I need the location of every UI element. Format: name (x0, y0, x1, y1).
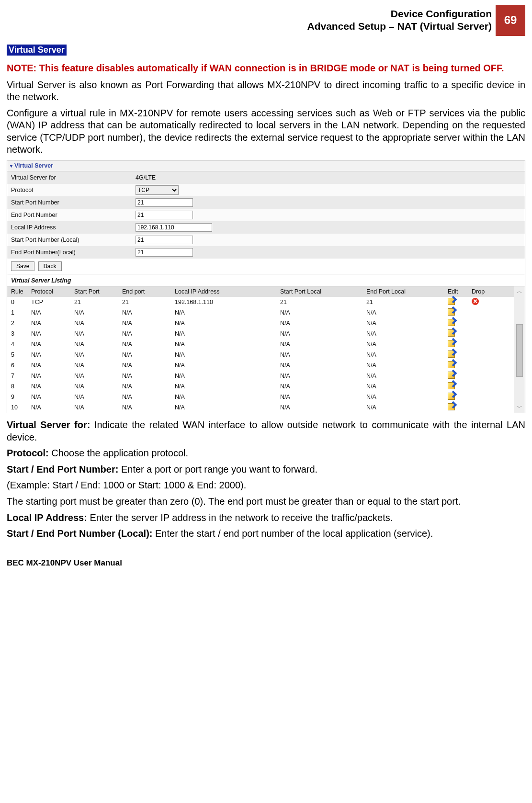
form-row: Virtual Server for4G/LTE (7, 171, 525, 184)
col-drop: Drop (472, 288, 496, 295)
cell-start-port: N/A (74, 309, 122, 316)
edit-icon[interactable] (448, 382, 455, 389)
edit-icon[interactable] (448, 372, 455, 379)
cell-end-port: 21 (122, 299, 175, 305)
back-button[interactable]: Back (38, 261, 62, 271)
cell-local-ip: N/A (175, 341, 280, 348)
section-badge: Virtual Server (7, 45, 67, 56)
form-row: Start Port Number (Local) (7, 234, 525, 246)
col-rule: Rule (7, 288, 31, 295)
cell-start-port: N/A (74, 351, 122, 358)
edit-icon[interactable] (448, 329, 455, 337)
form-input[interactable] (136, 248, 193, 257)
cell-end-port-local: 21 (366, 299, 448, 305)
listing-header-row: RuleProtocolStart PortEnd portLocal IP A… (7, 286, 514, 297)
edit-icon[interactable] (448, 351, 455, 358)
scroll-up-icon[interactable]: ︿ (517, 287, 522, 295)
cell-local-ip: N/A (175, 383, 280, 390)
cell-local-ip: N/A (175, 373, 280, 379)
cell-local-ip: 192.168.1.110 (175, 299, 280, 305)
cell-local-ip: N/A (175, 351, 280, 358)
form-input[interactable] (136, 211, 193, 219)
definition-text: The starting port must be greater than z… (7, 496, 461, 507)
table-row: 2N/AN/AN/AN/AN/AN/A (7, 318, 514, 328)
table-row: 10N/AN/AN/AN/AN/AN/A (7, 402, 514, 413)
form-input[interactable] (136, 198, 193, 207)
cell-rule: 5 (7, 351, 31, 358)
form-label: Start Port Number (7, 199, 132, 206)
cell-start-port-local: N/A (280, 362, 366, 369)
edit-icon[interactable] (448, 319, 455, 326)
definition-text: Choose the application protocol. (49, 448, 188, 458)
table-row: 8N/AN/AN/AN/AN/AN/A (7, 381, 514, 392)
cell-local-ip: N/A (175, 362, 280, 369)
cell-rule: 1 (7, 309, 31, 316)
edit-icon[interactable] (448, 403, 455, 410)
cell-start-port: 21 (74, 299, 122, 305)
cell-end-port: N/A (122, 351, 175, 358)
cell-start-port-local: N/A (280, 351, 366, 358)
col-start-port: Start Port (74, 288, 122, 295)
definition-text: Enter the server IP address in the netwo… (87, 512, 393, 523)
listing-scrollbar[interactable]: ︿ ﹀ (514, 286, 525, 413)
form-static-value: 4G/LTE (136, 174, 156, 181)
cell-start-port-local: N/A (280, 320, 366, 327)
cell-end-port-local: N/A (366, 362, 448, 369)
cell-start-port-local: N/A (280, 341, 366, 348)
edit-icon[interactable] (448, 298, 455, 305)
cell-protocol: TCP (31, 299, 74, 305)
header-line2: Advanced Setup – NAT (Virtual Server) (307, 20, 492, 33)
edit-icon[interactable] (448, 361, 455, 368)
cell-end-port-local: N/A (366, 394, 448, 400)
cell-protocol: N/A (31, 373, 74, 379)
cell-rule: 10 (7, 404, 31, 411)
save-button[interactable]: Save (11, 261, 34, 271)
cell-end-port-local: N/A (366, 351, 448, 358)
cell-protocol: N/A (31, 320, 74, 327)
form-row: Local IP Address (7, 221, 525, 234)
header-line1: Device Configuration (307, 8, 492, 20)
virtual-server-panel: ▾Virtual Server Virtual Server for4G/LTE… (7, 160, 525, 413)
col-start-port-local: Start Port Local (280, 288, 366, 295)
scroll-thumb[interactable] (516, 324, 523, 377)
definition-line: Local IP Address: Enter the server IP ad… (7, 512, 525, 524)
cell-end-port: N/A (122, 383, 175, 390)
drop-icon[interactable] (472, 298, 479, 305)
cell-start-port: N/A (74, 404, 122, 411)
table-row: 0TCP2121192.168.1.1102121 (7, 297, 514, 307)
col-edit: Edit (448, 288, 472, 295)
cell-protocol: N/A (31, 341, 74, 348)
scroll-down-icon[interactable]: ﹀ (517, 404, 522, 412)
col-protocol: Protocol (31, 288, 74, 295)
edit-icon[interactable] (448, 393, 455, 400)
cell-end-port: N/A (122, 373, 175, 379)
form-input[interactable] (136, 236, 193, 244)
panel-titlebar[interactable]: ▾Virtual Server (7, 160, 525, 171)
table-row: 9N/AN/AN/AN/AN/AN/A (7, 392, 514, 402)
definition-line: Protocol: Choose the application protoco… (7, 447, 525, 460)
definition-line: Start / End Port Number (Local): Enter t… (7, 528, 525, 540)
cell-protocol: N/A (31, 330, 74, 337)
table-row: 7N/AN/AN/AN/AN/AN/A (7, 371, 514, 381)
cell-rule: 9 (7, 394, 31, 400)
definition-line: Virtual Server for: Indicate the related… (7, 419, 525, 443)
edit-icon[interactable] (448, 340, 455, 347)
cell-local-ip: N/A (175, 404, 280, 411)
intro-para-2: Configure a virtual rule in MX-210NPV fo… (7, 107, 525, 156)
cell-start-port-local: N/A (280, 383, 366, 390)
form-label: Start Port Number (Local) (7, 237, 132, 243)
cell-end-port: N/A (122, 330, 175, 337)
definition-text: (Example: Start / End: 1000 or Start: 10… (7, 480, 246, 490)
form-label: Virtual Server for (7, 174, 132, 181)
collapse-icon[interactable]: ▾ (10, 163, 12, 169)
protocol-select[interactable]: TCP (136, 185, 179, 195)
edit-icon[interactable] (448, 308, 455, 316)
cell-start-port: N/A (74, 320, 122, 327)
cell-protocol: N/A (31, 383, 74, 390)
definition-label: Protocol: (7, 448, 49, 458)
form-input[interactable] (136, 223, 212, 232)
cell-start-port: N/A (74, 341, 122, 348)
cell-rule: 7 (7, 373, 31, 379)
cell-end-port: N/A (122, 341, 175, 348)
cell-end-port: N/A (122, 320, 175, 327)
